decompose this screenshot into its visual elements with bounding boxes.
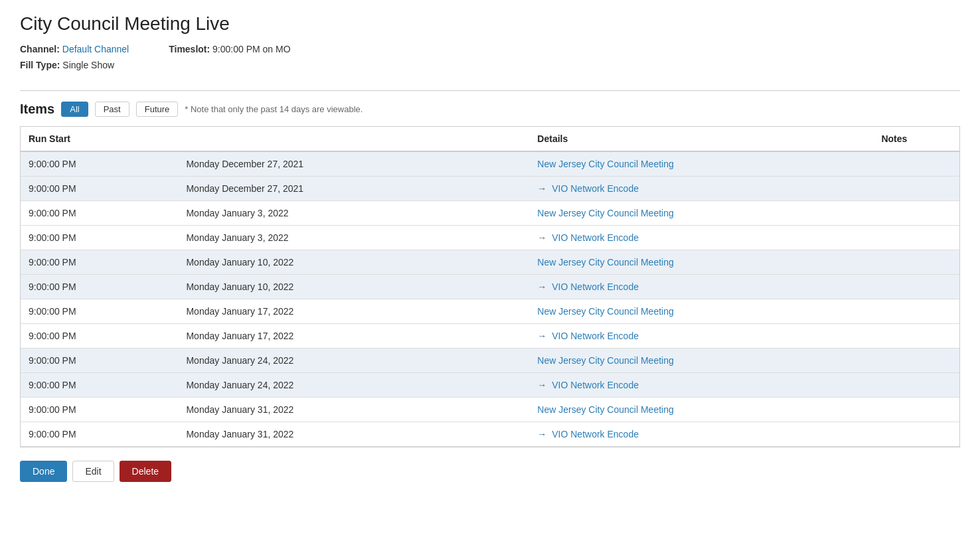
cell-date: Monday January 31, 2022 — [178, 422, 529, 447]
cell-notes — [873, 398, 959, 422]
filter-future-button[interactable]: Future — [136, 102, 179, 117]
cell-notes — [873, 373, 959, 398]
done-button[interactable]: Done — [20, 461, 67, 482]
fill-type-value: Single Show — [62, 60, 114, 70]
cell-date: Monday January 3, 2022 — [178, 201, 529, 226]
col-notes: Notes — [873, 127, 959, 151]
encode-link[interactable]: VIO Network Encode — [552, 331, 639, 341]
arrow-icon: → — [537, 232, 549, 243]
cell-detail[interactable]: New Jersey City Council Meeting — [529, 201, 873, 226]
meeting-link[interactable]: New Jersey City Council Meeting — [537, 306, 673, 317]
cell-notes — [873, 250, 959, 275]
cell-date: Monday January 24, 2022 — [178, 349, 529, 373]
items-table-container: Run Start Details Notes 9:00:00 PMMonday… — [20, 126, 960, 447]
cell-detail[interactable]: → VIO Network Encode — [529, 422, 873, 447]
cell-time: 9:00:00 PM — [21, 349, 178, 373]
cell-notes — [873, 422, 959, 447]
cell-time: 9:00:00 PM — [21, 201, 178, 226]
channel-value: Default Channel — [62, 44, 129, 54]
cell-detail[interactable]: → VIO Network Encode — [529, 373, 873, 398]
arrow-icon: → — [537, 429, 549, 439]
cell-detail[interactable]: New Jersey City Council Meeting — [529, 151, 873, 177]
cell-detail[interactable]: → VIO Network Encode — [529, 226, 873, 250]
arrow-icon: → — [537, 331, 549, 341]
table-row: 9:00:00 PMMonday January 17, 2022New Jer… — [21, 299, 959, 324]
encode-link[interactable]: VIO Network Encode — [552, 429, 639, 439]
cell-detail[interactable]: → VIO Network Encode — [529, 275, 873, 299]
cell-notes — [873, 275, 959, 299]
meeting-link[interactable]: New Jersey City Council Meeting — [537, 257, 673, 268]
cell-date: Monday December 27, 2021 — [178, 177, 529, 201]
encode-link[interactable]: VIO Network Encode — [552, 183, 639, 194]
cell-time: 9:00:00 PM — [21, 422, 178, 447]
delete-button[interactable]: Delete — [120, 461, 171, 482]
encode-link[interactable]: VIO Network Encode — [552, 281, 639, 292]
col-run-start: Run Start — [21, 127, 178, 151]
cell-time: 9:00:00 PM — [21, 275, 178, 299]
col-details: Details — [529, 127, 873, 151]
meeting-link[interactable]: New Jersey City Council Meeting — [537, 404, 673, 415]
cell-date: Monday December 27, 2021 — [178, 151, 529, 177]
cell-notes — [873, 151, 959, 177]
footer-buttons: Done Edit Delete — [20, 461, 960, 482]
cell-date: Monday January 31, 2022 — [178, 398, 529, 422]
encode-link[interactable]: VIO Network Encode — [552, 232, 639, 243]
cell-date: Monday January 24, 2022 — [178, 373, 529, 398]
cell-detail[interactable]: New Jersey City Council Meeting — [529, 250, 873, 275]
cell-notes — [873, 201, 959, 226]
cell-time: 9:00:00 PM — [21, 373, 178, 398]
col-date — [178, 127, 529, 151]
cell-time: 9:00:00 PM — [21, 151, 178, 177]
cell-time: 9:00:00 PM — [21, 324, 178, 349]
table-row: 9:00:00 PMMonday January 24, 2022→ VIO N… — [21, 373, 959, 398]
cell-notes — [873, 324, 959, 349]
section-divider — [20, 90, 960, 91]
table-row: 9:00:00 PMMonday January 3, 2022New Jers… — [21, 201, 959, 226]
cell-detail[interactable]: New Jersey City Council Meeting — [529, 349, 873, 373]
meeting-link[interactable]: New Jersey City Council Meeting — [537, 159, 673, 169]
table-row: 9:00:00 PMMonday January 3, 2022→ VIO Ne… — [21, 226, 959, 250]
table-row: 9:00:00 PMMonday January 31, 2022→ VIO N… — [21, 422, 959, 447]
cell-date: Monday January 17, 2022 — [178, 299, 529, 324]
cell-date: Monday January 17, 2022 — [178, 324, 529, 349]
edit-button[interactable]: Edit — [72, 461, 114, 482]
cell-notes — [873, 226, 959, 250]
filter-past-button[interactable]: Past — [95, 102, 129, 117]
timeslot-value: 9:00:00 PM on MO — [212, 44, 291, 54]
channel-label: Channel: — [20, 44, 60, 54]
table-row: 9:00:00 PMMonday December 27, 2021New Je… — [21, 151, 959, 177]
cell-time: 9:00:00 PM — [21, 299, 178, 324]
cell-notes — [873, 299, 959, 324]
arrow-icon: → — [537, 281, 549, 292]
encode-link[interactable]: VIO Network Encode — [552, 380, 639, 390]
page-title: City Council Meeting Live — [20, 13, 960, 35]
table-row: 9:00:00 PMMonday January 24, 2022New Jer… — [21, 349, 959, 373]
timeslot-info: Timeslot: 9:00:00 PM on MO — [169, 44, 290, 54]
cell-date: Monday January 10, 2022 — [178, 250, 529, 275]
cell-time: 9:00:00 PM — [21, 226, 178, 250]
table-row: 9:00:00 PMMonday December 27, 2021→ VIO … — [21, 177, 959, 201]
channel-info: Channel: Default Channel — [20, 44, 129, 54]
arrow-icon: → — [537, 183, 549, 194]
cell-detail[interactable]: → VIO Network Encode — [529, 177, 873, 201]
cell-time: 9:00:00 PM — [21, 398, 178, 422]
table-row: 9:00:00 PMMonday January 17, 2022→ VIO N… — [21, 324, 959, 349]
cell-notes — [873, 177, 959, 201]
cell-detail[interactable]: → VIO Network Encode — [529, 324, 873, 349]
viewable-note: * Note that only the past 14 days are vi… — [185, 104, 363, 114]
items-title: Items — [20, 102, 54, 117]
cell-detail[interactable]: New Jersey City Council Meeting — [529, 398, 873, 422]
table-row: 9:00:00 PMMonday January 10, 2022New Jer… — [21, 250, 959, 275]
cell-date: Monday January 10, 2022 — [178, 275, 529, 299]
arrow-icon: → — [537, 380, 549, 390]
items-table: Run Start Details Notes 9:00:00 PMMonday… — [21, 127, 959, 447]
filter-all-button[interactable]: All — [61, 102, 88, 117]
meeting-link[interactable]: New Jersey City Council Meeting — [537, 355, 673, 366]
cell-date: Monday January 3, 2022 — [178, 226, 529, 250]
cell-time: 9:00:00 PM — [21, 177, 178, 201]
cell-detail[interactable]: New Jersey City Council Meeting — [529, 299, 873, 324]
cell-notes — [873, 349, 959, 373]
meeting-link[interactable]: New Jersey City Council Meeting — [537, 208, 673, 218]
table-row: 9:00:00 PMMonday January 31, 2022New Jer… — [21, 398, 959, 422]
cell-time: 9:00:00 PM — [21, 250, 178, 275]
